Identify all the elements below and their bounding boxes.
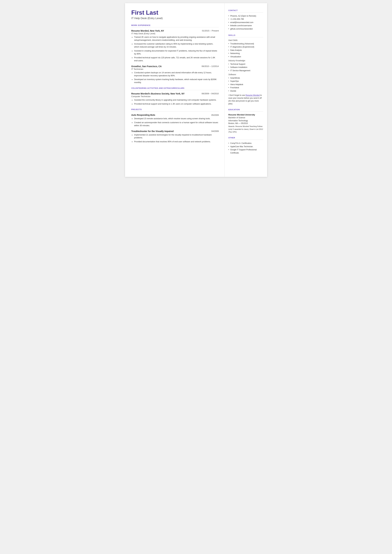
project-1-date: 05/2009	[211, 114, 219, 116]
contact-item-linkedin: linkedin.com/in/username	[228, 24, 263, 27]
projects-divider	[131, 111, 219, 112]
skill-item: SolarWinds	[228, 77, 263, 80]
vol-entry-1-dates: 06/2009 – 04/2010	[202, 92, 219, 95]
skills-section: SKILLS Hard Skills: Troubleshooting (Adv…	[228, 34, 263, 105]
skill-item: Atera Helpdesk	[228, 83, 263, 86]
volunteering-divider	[131, 90, 219, 90]
volunteering-entry-1: Resume Worded's Business Society, New Yo…	[131, 92, 219, 105]
education-section: EDUCATION Resume Worded University Bache…	[228, 109, 263, 133]
other-label: OTHER	[228, 137, 263, 139]
work-entry-2: Growthsi, San Francisco, CA 06/2010 – 12…	[131, 65, 219, 84]
bullet-item: Assisted in creating documentation for e…	[131, 49, 219, 56]
industry-skills-list: Technical Support Software Installation …	[228, 63, 263, 72]
skill-item: Data Analysis	[228, 49, 263, 52]
bullet-item: Trained 2K users on how to navigate appl…	[131, 36, 219, 42]
education-divider	[228, 112, 263, 112]
industry-skills-label: Industry Knowledge:	[228, 60, 263, 62]
bullet-item: Provided documentation that resolves 95%…	[131, 140, 219, 143]
bullet-item: Developed 15 remote assistance bots, whi…	[131, 117, 219, 120]
contact-item-email: email@resumeworded.com	[228, 21, 263, 24]
promo-link[interactable]: Resume Worded	[245, 94, 260, 96]
vol-entry-1-title: Computer Technician	[131, 95, 219, 98]
education-label: EDUCATION	[228, 109, 263, 111]
employer-2-name: Growthsi, San Francisco, CA	[131, 65, 162, 68]
project-1-bullets: Developed 15 remote assistance bots, whi…	[131, 117, 219, 127]
work-experience-label: WORK EXPERIENCE	[131, 24, 219, 26]
other-divider	[228, 140, 263, 140]
vol-employer-1-name: Resume Worded's Business Society, New Yo…	[131, 92, 185, 95]
project-1-name: Auto Responding Bots	[131, 114, 155, 116]
contact-section: CONTACT Phoenix, AZ (Open to Remote) +1-…	[228, 9, 263, 30]
left-column: First Last IT Help Desk (Entry Level) WO…	[125, 3, 224, 177]
work-entry-2-header: Growthsi, San Francisco, CA 06/2010 – 12…	[131, 65, 219, 68]
other-list: CompTIA A+ Certification. AppleCare Mac …	[228, 142, 263, 154]
projects-section: PROJECTS Auto Responding Bots 05/2009 De…	[131, 108, 219, 143]
hard-skills-list: Troubleshooting (Advanced) IT diagnostic…	[228, 42, 263, 58]
contact-item-github: github.com/resumeworded	[228, 27, 263, 30]
project-2-bullets: Implemented 21 assistive technologies fo…	[131, 133, 219, 143]
bullet-item: Created an autoresponder that connects c…	[131, 121, 219, 127]
skills-label: SKILLS	[228, 34, 263, 36]
project-entry-1: Auto Responding Bots 05/2009 Developed 1…	[131, 114, 219, 127]
bullet-item: Assisted the community library in upgrad…	[131, 98, 219, 102]
employer-1-name: Resume Worded, New York, NY	[131, 29, 164, 32]
skill-item: IT diagnostics (Experienced)	[228, 45, 263, 49]
bullet-item: Implemented 21 assistive technologies fo…	[131, 133, 219, 140]
skill-item: Freshdesk	[228, 86, 263, 89]
skill-item: Software Installation	[228, 66, 263, 69]
edu-institution: Resume Worded University	[228, 113, 263, 116]
edu-awards: Awards: Resume Worded Teaching Fellow (o…	[228, 125, 263, 133]
project-2-date: 04/2009	[211, 130, 219, 132]
bullet-item: Developed an inventory system tracking f…	[131, 78, 219, 84]
contact-item-phone: +1-234-456-789	[228, 18, 263, 21]
edu-degree: Bachelor of Science	[228, 116, 263, 119]
skill-item: Dezide	[228, 89, 263, 92]
work-entry-2-dates: 06/2010 – 12/2014	[202, 65, 219, 67]
bullet-item: Provided technical support via 120 phone…	[131, 56, 219, 62]
other-section: OTHER CompTIA A+ Certification. AppleCar…	[228, 137, 263, 154]
skill-item: IT Service Management	[228, 69, 263, 72]
work-entry-2-bullets: Conducted system backups on 14 servers a…	[131, 71, 219, 84]
skill-item: Networking	[228, 52, 263, 55]
work-entry-1: Resume Worded, New York, NY 01/2015 – Pr…	[131, 29, 219, 62]
work-entry-1-bullets: Trained 2K users on how to navigate appl…	[131, 36, 219, 62]
candidate-name: First Last	[131, 9, 219, 16]
software-skills-list: SolarWinds SuperOps Atera Helpdesk Fresh…	[228, 77, 263, 92]
bullet-item: Provided technical support and training …	[131, 103, 219, 105]
candidate-title: IT Help Desk (Entry Level)	[131, 17, 219, 20]
skill-item: Virtualization	[228, 55, 263, 58]
project-2-name: Troubleshooter for the Visually Impaired	[131, 130, 174, 133]
volunteering-section: VOLUNTEERING ACTIVITIES AND EXTRACURRICU…	[131, 87, 219, 105]
volunteering-label: VOLUNTEERING ACTIVITIES AND EXTRACURRICU…	[131, 87, 219, 89]
work-entry-2-title: IT Technician	[131, 68, 219, 70]
skill-item: Technical Support	[228, 63, 263, 66]
bullet-item: Increased the customer satisfaction rati…	[131, 42, 219, 49]
hard-skills-label: Hard Skills:	[228, 39, 263, 41]
work-entry-1-dates: 01/2015 – Present	[202, 29, 219, 32]
vol-entry-1-bullets: Assisted the community library in upgrad…	[131, 98, 219, 105]
work-entry-1-header: Resume Worded, New York, NY 01/2015 – Pr…	[131, 29, 219, 32]
project-2-header: Troubleshooter for the Visually Impaired…	[131, 130, 219, 133]
contact-list: Phoenix, AZ (Open to Remote) +1-234-456-…	[228, 14, 263, 30]
edu-location-date: Boston, MA — 05/2010	[228, 122, 263, 125]
work-entry-1-title: IT Help Desk (Entry Level)	[131, 32, 219, 35]
right-column: CONTACT Phoenix, AZ (Open to Remote) +1-…	[224, 3, 267, 177]
resume-container: First Last IT Help Desk (Entry Level) WO…	[125, 3, 267, 177]
bullet-item: Conducted system backups on 14 servers a…	[131, 71, 219, 77]
work-experience-section: WORK EXPERIENCE Resume Worded, New York,…	[131, 24, 219, 84]
projects-label: PROJECTS	[131, 108, 219, 110]
software-skills-label: Software:	[228, 73, 263, 76]
contact-label: CONTACT	[228, 9, 263, 11]
contact-divider	[228, 12, 263, 13]
project-1-header: Auto Responding Bots 05/2009	[131, 114, 219, 116]
promo-text: • Don't forget to use Resume Worded to s…	[228, 94, 263, 105]
other-item: Google IT Support Professional Certifica…	[228, 148, 263, 154]
project-entry-2: Troubleshooter for the Visually Impaired…	[131, 130, 219, 143]
other-item: AppleCare Mac Technician.	[228, 145, 263, 148]
volunteering-entry-1-header: Resume Worded's Business Society, New Yo…	[131, 92, 219, 95]
skill-item: SuperOps	[228, 80, 263, 83]
other-item: CompTIA A+ Certification.	[228, 142, 263, 145]
edu-field: Information Technology	[228, 119, 263, 122]
skill-item: Troubleshooting (Advanced)	[228, 42, 263, 45]
contact-item-location: Phoenix, AZ (Open to Remote)	[228, 14, 263, 18]
